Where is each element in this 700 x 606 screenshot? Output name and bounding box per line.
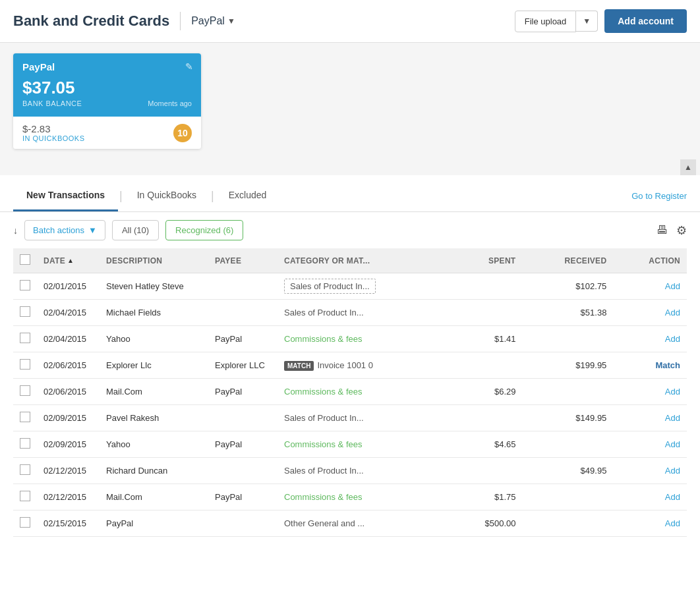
category-green-label: Commissions & fees [284,334,362,344]
cell-received: $199.95 [523,352,614,379]
row-checkbox-4[interactable] [20,385,30,396]
row-checkbox-6[interactable] [20,438,30,449]
cell-received [523,431,614,458]
sort-icon[interactable]: ↓ [13,225,18,236]
transactions-table-wrapper: DATE ▲ DESCRIPTION PAYEE CATEGORY OR MAT… [0,248,700,537]
cell-category[interactable]: Commissions & fees [277,326,450,352]
table-row: 02/12/2015Richard DuncanSales of Product… [13,458,687,484]
cell-action[interactable]: Add [613,379,687,405]
tab-new-transactions[interactable]: New Transactions [13,180,118,211]
cell-received: $102.75 [523,273,614,300]
row-checkbox-0[interactable] [20,280,30,290]
go-to-register-link[interactable]: Go to Register [631,182,687,210]
tab-excluded[interactable]: Excluded [216,180,280,211]
cell-category[interactable]: Commissions & fees [277,379,450,405]
cell-action[interactable]: Add [613,458,687,484]
cell-category[interactable]: Sales of Product In... [277,273,450,300]
action-match-button[interactable]: Match [655,360,680,370]
card-qb-label: IN QUICKBOOKS [22,134,85,142]
account-selector[interactable]: PayPal ▼ [191,15,235,27]
cell-date: 02/04/2015 [37,326,100,352]
cell-action[interactable]: Add [613,431,687,458]
settings-icon[interactable]: ⚙ [676,223,687,238]
table-row: 02/15/2015PayPalOther General and ...$50… [13,510,687,537]
cell-payee: PayPal [208,431,277,458]
row-checkbox-5[interactable] [20,412,30,422]
category-plain-text: Sales of Product In... [284,308,364,317]
cell-description: Explorer Llc [100,352,208,379]
action-add-button[interactable]: Add [665,492,680,502]
cell-received [523,510,614,537]
cell-date: 02/06/2015 [37,379,100,405]
category-plain-text: Sales of Product In... [284,466,364,476]
row-checkbox-3[interactable] [20,359,30,370]
card-edit-icon[interactable]: ✎ [185,61,193,72]
cell-payee: PayPal [208,484,277,510]
header-received: RECEIVED [523,248,614,273]
cell-action[interactable]: Add [613,326,687,352]
file-upload-button[interactable]: File upload [515,11,577,32]
tab-in-quickbooks[interactable]: In QuickBooks [124,180,210,211]
card-account-name: PayPal [22,61,192,72]
header-action: ACTION [613,248,687,273]
select-all-checkbox[interactable] [20,254,30,265]
filter-recognized-button[interactable]: Recognized (6) [165,220,243,240]
cell-category: Sales of Product In... [277,458,450,484]
cell-action[interactable]: Add [613,510,687,537]
cell-received [523,484,614,510]
cell-date: 02/09/2015 [37,431,100,458]
card-bottom: $-2.83 IN QUICKBOOKS 10 [13,117,201,149]
header-checkbox-cell [13,248,37,273]
add-account-button[interactable]: Add account [604,9,687,33]
row-checkbox-1[interactable] [20,306,30,317]
cell-category[interactable]: Commissions & fees [277,484,450,510]
row-checkbox-8[interactable] [20,491,30,501]
cell-action[interactable]: Add [613,405,687,431]
cell-action[interactable]: Add [613,300,687,326]
cell-description: Michael Fields [100,300,208,326]
table-row: 02/01/2015Steven Hatley SteveSales of Pr… [13,273,687,300]
category-dotted-select[interactable]: Sales of Product In... [284,279,376,294]
header-category: CATEGORY OR MAT... [277,248,450,273]
cell-received: $49.95 [523,458,614,484]
date-sort-button[interactable]: DATE ▲ [44,256,74,265]
scroll-up-button[interactable]: ▲ [680,159,696,175]
table-row: 02/09/2015Pavel RakeshSales of Product I… [13,405,687,431]
file-upload-dropdown-button[interactable]: ▼ [576,11,598,32]
table-row: 02/12/2015Mail.ComPayPalCommissions & fe… [13,484,687,510]
cell-payee: PayPal [208,379,277,405]
category-green-label: Commissions & fees [284,439,362,449]
cell-spent: $4.65 [450,431,522,458]
header-payee: PAYEE [208,248,277,273]
action-add-button[interactable]: Add [665,281,680,291]
action-add-button[interactable]: Add [665,466,680,476]
cell-action[interactable]: Add [613,484,687,510]
print-icon[interactable]: 🖶 [656,223,668,237]
row-checkbox-7[interactable] [20,464,30,475]
row-checkbox-2[interactable] [20,333,30,343]
row-checkbox-9[interactable] [20,517,30,528]
table-row: 02/06/2015Explorer LlcExplorer LLCMATCHI… [13,352,687,379]
action-add-button[interactable]: Add [665,439,680,449]
action-add-button[interactable]: Add [665,334,680,344]
action-add-button[interactable]: Add [665,413,680,423]
cell-category: Sales of Product In... [277,300,450,326]
action-add-button[interactable]: Add [665,387,680,397]
cell-spent [450,300,522,326]
cell-payee [208,510,277,537]
cell-payee: Explorer LLC [208,352,277,379]
action-add-button[interactable]: Add [665,308,680,317]
cell-payee [208,273,277,300]
action-add-button[interactable]: Add [665,518,680,528]
cell-received [523,326,614,352]
cell-description: Pavel Rakesh [100,405,208,431]
cell-action[interactable]: Match [613,352,687,379]
filter-all-button[interactable]: All (10) [112,220,159,240]
batch-actions-button[interactable]: Batch actions ▼ [24,220,105,240]
cell-category[interactable]: Commissions & fees [277,431,450,458]
cell-action[interactable]: Add [613,273,687,300]
selected-account-label: PayPal [191,15,225,27]
date-sort-arrow-icon: ▲ [67,257,74,264]
cell-spent [450,352,522,379]
tabs-row: New Transactions | In QuickBooks | Exclu… [0,180,700,212]
